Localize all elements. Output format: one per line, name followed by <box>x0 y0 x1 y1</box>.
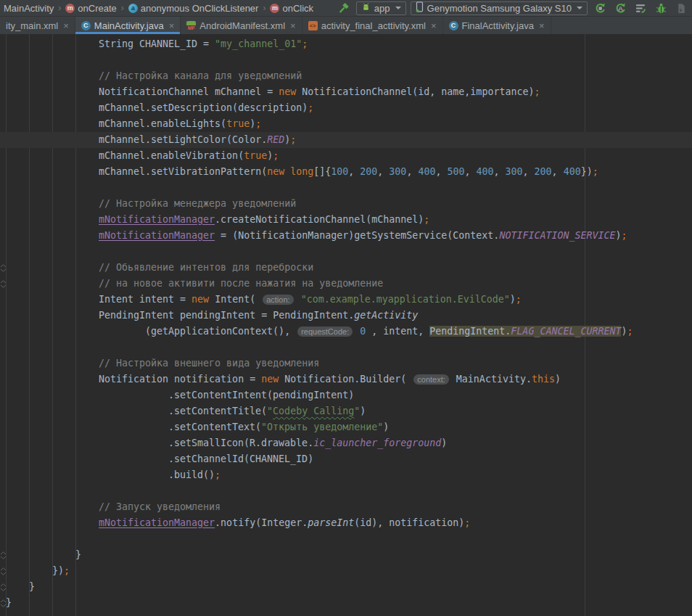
code-line[interactable]: // Запуск уведомления <box>0 499 692 515</box>
java-class-icon: C <box>81 21 91 30</box>
code-token: mNotificationManager <box>99 517 215 528</box>
code-line[interactable]: mNotificationManager.notify(Integer.pars… <box>0 515 692 531</box>
code-token: action: <box>263 295 293 305</box>
code-token: ) <box>555 374 561 385</box>
tab-close-icon[interactable]: × <box>290 20 296 31</box>
breadcrumb-item[interactable]: aanonymous OnClickListener <box>126 3 261 14</box>
code-token: mChannel.setVibrationPattern( <box>99 166 267 177</box>
code-token: }) <box>52 565 64 576</box>
tab-ity_main-xml[interactable]: ity_main.xml× <box>0 17 75 34</box>
code-token: ) <box>383 422 389 432</box>
code-token: parseInt <box>308 517 354 528</box>
apply-changes-icon[interactable] <box>592 1 608 15</box>
code-token: String CHANNEL_ID = <box>99 38 215 49</box>
method-icon: m <box>270 4 279 13</box>
code-token: 400 <box>564 166 581 177</box>
tab-mainactivity-java[interactable]: CMainActivity.java× <box>75 17 181 34</box>
tab-activity_final_acttivity-xml[interactable]: <>activity_final_acttivity.xml× <box>302 17 443 34</box>
attach-debugger-icon[interactable] <box>673 1 689 15</box>
breadcrumb-item[interactable]: MainActivity <box>1 3 56 14</box>
breadcrumb: MainActivity›monCreate›aanonymous OnClic… <box>1 3 316 14</box>
code-line[interactable]: NotificationChannel mChannel = new Notif… <box>0 84 692 100</box>
run-toolbar: app Genymotion Samsung Galaxy S10 A <box>336 1 689 15</box>
device-phone-icon <box>416 1 424 15</box>
breadcrumb-item[interactable]: monCreate <box>63 3 118 14</box>
tab-finalacttivity-java[interactable]: CFinalActtivity.java× <box>443 17 551 34</box>
tab-close-icon[interactable]: × <box>539 20 545 31</box>
code-token: .notify(Integer. <box>215 517 308 528</box>
code-token: ; <box>622 230 627 241</box>
code-line[interactable]: } <box>0 547 692 563</box>
code-line[interactable]: .setContentText("Открыть уведомление") <box>0 419 692 435</box>
code-line[interactable]: mChannel.setLightColor(Color.RED); <box>0 132 692 148</box>
code-line[interactable]: mChannel.enableVibration(true); <box>0 148 692 164</box>
breadcrumb-label: onCreate <box>78 3 116 14</box>
code-line[interactable]: // на новое активити после нажатия на ув… <box>0 276 692 292</box>
code-line[interactable]: mChannel.enableLights(true); <box>0 116 692 132</box>
tab-close-icon[interactable]: × <box>169 20 175 31</box>
code-line[interactable] <box>0 244 692 260</box>
code-token: 400 <box>476 166 493 177</box>
code-token: } <box>29 581 35 592</box>
code-token: new <box>279 86 296 97</box>
code-line[interactable]: // Настройка менеджера уведомлений <box>0 196 692 212</box>
code-token: ; <box>215 469 221 480</box>
code-token: }) <box>581 166 593 177</box>
breadcrumb-item[interactable]: monClick <box>268 3 316 14</box>
tab-close-icon[interactable]: × <box>431 20 437 31</box>
code-line[interactable]: // Настройка внешнего вида уведомления <box>0 356 692 371</box>
code-token: } <box>6 597 12 608</box>
code-line[interactable]: .setChannelId(CHANNEL_ID) <box>0 451 692 467</box>
code-line[interactable]: String CHANNEL_ID = "my_channel_01"; <box>0 36 692 52</box>
code-line[interactable] <box>0 52 692 68</box>
editor-tab-bar: ity_main.xml×CMainActivity.java×MFAndroi… <box>0 17 692 34</box>
code-line[interactable] <box>0 340 692 356</box>
code-token: ; <box>534 86 540 97</box>
code-line[interactable]: (getApplicationContext(), requestCode: 0… <box>0 324 692 340</box>
code-token: 300 <box>506 166 523 177</box>
code-line[interactable]: .setSmallIcon(R.drawable.ic_launcher_for… <box>0 435 692 451</box>
code-token: ) <box>441 438 447 448</box>
code-line[interactable]: mNotificationManager = (NotificationMana… <box>0 228 692 244</box>
code-line[interactable]: // Обьявление интентов для переброски <box>0 260 692 276</box>
code-token: PendingIntent pendingIntent = PendingInt… <box>99 310 354 321</box>
code-token: ; <box>424 214 429 225</box>
code-token: , <box>523 166 535 177</box>
run-configuration-select[interactable]: app <box>356 1 406 15</box>
code-line[interactable]: // Настройка канала для уведомлений <box>0 68 692 84</box>
code-token: ; <box>290 134 296 145</box>
code-token: .setContentText( <box>168 422 261 432</box>
code-line[interactable]: mChannel.setVibrationPattern(new long[]{… <box>0 164 692 180</box>
code-line[interactable]: }); <box>0 563 692 579</box>
code-token: ; <box>593 166 598 177</box>
code-line[interactable]: mChannel.setDescription(description); <box>0 100 692 116</box>
code-token: mNotificationManager <box>99 214 215 225</box>
code-token: ; <box>64 565 70 576</box>
code-line[interactable]: .build(); <box>0 467 692 483</box>
apply-code-changes-icon[interactable]: A <box>612 1 628 15</box>
code-line[interactable]: Notification notification = new Notifica… <box>0 371 692 387</box>
code-line[interactable]: .setContentTitle("Codeby Calling") <box>0 403 692 419</box>
debug-icon[interactable] <box>653 1 669 15</box>
code-line[interactable]: .setContentIntent(pendingIntent) <box>0 387 692 403</box>
code-line[interactable]: mNotificationManager.createNotificationC… <box>0 212 692 228</box>
code-line[interactable]: } <box>0 595 692 611</box>
profiler-icon[interactable] <box>633 1 648 15</box>
code-token: new <box>191 294 209 305</box>
code-token: true <box>226 118 250 129</box>
build-hammer-icon[interactable] <box>336 1 352 15</box>
code-line[interactable]: } <box>0 579 692 595</box>
code-editor[interactable]: String CHANNEL_ID = "my_channel_01";// Н… <box>0 34 692 616</box>
code-token: new long <box>267 166 313 177</box>
code-token: , <box>406 166 418 177</box>
tab-androidmanifest-xml[interactable]: MFAndroidManifest.xml× <box>181 17 302 34</box>
code-line[interactable] <box>0 531 692 547</box>
tab-close-icon[interactable]: × <box>63 20 69 31</box>
code-line[interactable]: Intent intent = new Intent( action: "com… <box>0 292 692 308</box>
code-line[interactable]: PendingIntent pendingIntent = PendingInt… <box>0 308 692 324</box>
code-token: mChannel.setDescription(description) <box>99 102 308 113</box>
code-line[interactable] <box>0 483 692 499</box>
code-line[interactable] <box>0 180 692 196</box>
code-token: ) <box>510 294 516 305</box>
device-select[interactable]: Genymotion Samsung Galaxy S10 <box>411 1 588 15</box>
